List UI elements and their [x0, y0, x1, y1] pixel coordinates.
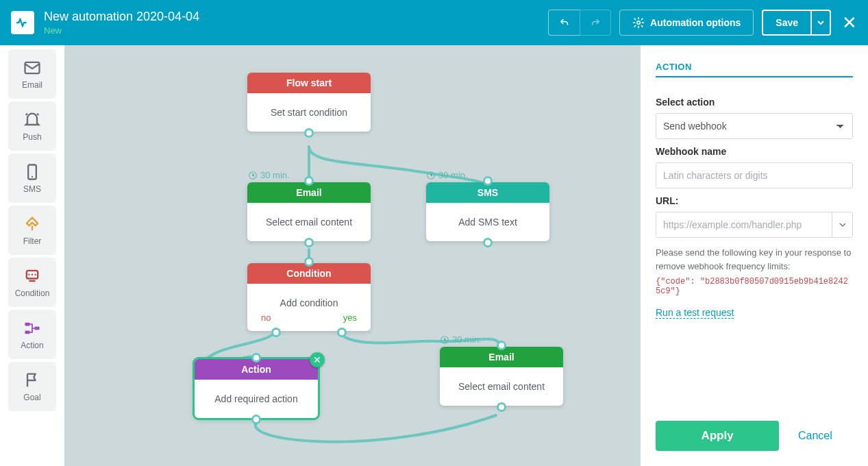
undo-button[interactable] [548, 10, 580, 36]
panel-title: ACTION [656, 62, 853, 77]
node-action[interactable]: ✕ Action Add required action [195, 359, 318, 418]
node-body: Add SMS text [426, 203, 549, 241]
port-out-no[interactable] [271, 328, 281, 337]
field-label-webhook-name: Webhook name [656, 146, 853, 157]
tool-email[interactable]: Email [8, 49, 56, 99]
node-body: Set start condition [247, 93, 371, 132]
url-dropdown-button[interactable] [832, 212, 852, 237]
branch-no: no [261, 312, 271, 323]
save-dropdown-button[interactable] [812, 10, 831, 36]
sidebar: Email Push SMS Filter Condition Action G… [0, 45, 64, 466]
header: New automation 2020-04-04 New Automation… [0, 0, 868, 45]
tool-label: Email [22, 80, 42, 90]
helper-text: Please send the following key in your re… [656, 246, 853, 273]
options-label: Automation options [650, 17, 741, 28]
port-in[interactable] [304, 257, 314, 267]
node-email[interactable]: Email Select email content [440, 347, 563, 406]
cancel-button[interactable]: Cancel [798, 430, 832, 442]
tool-label: SMS [23, 184, 41, 194]
node-condition[interactable]: Condition Add condition no yes [247, 263, 371, 331]
save-button[interactable]: Save [762, 10, 812, 36]
tool-action[interactable]: Action [8, 310, 56, 359]
automation-options-button[interactable]: Automation options [619, 10, 754, 36]
svg-point-7 [35, 274, 36, 275]
url-input[interactable] [656, 212, 832, 237]
svg-point-5 [28, 274, 29, 275]
port-in[interactable] [251, 353, 261, 363]
save-group: Save [762, 10, 831, 36]
tool-push[interactable]: Push [8, 101, 56, 151]
properties-panel: ACTION Select action Send webhook Webhoo… [641, 45, 868, 466]
node-email[interactable]: Email Select email content [247, 182, 371, 241]
tool-goal[interactable]: Goal [8, 362, 56, 411]
port-out[interactable] [251, 415, 261, 424]
redo-button[interactable] [580, 10, 611, 36]
svg-point-0 [637, 21, 641, 25]
tool-condition[interactable]: Condition [8, 258, 56, 307]
options-group: Automation options [619, 10, 754, 36]
node-body: Add condition [247, 284, 371, 312]
svg-rect-10 [35, 327, 40, 330]
port-out-yes[interactable] [337, 328, 347, 337]
panel-footer: Apply Cancel [641, 410, 868, 466]
tool-filter[interactable]: Filter [8, 206, 56, 255]
tool-label: Filter [23, 236, 42, 246]
port-out[interactable] [483, 238, 493, 247]
condition-branches: no yes [247, 312, 371, 331]
node-sms[interactable]: SMS Add SMS text [426, 182, 549, 241]
node-body: Select email content [247, 203, 371, 241]
port-in[interactable] [483, 176, 493, 186]
timer-label: 30 min. [248, 170, 290, 180]
node-body: Add required action [195, 380, 318, 418]
webhook-name-input[interactable] [656, 162, 853, 188]
tool-label: Push [23, 132, 41, 142]
page-title: New automation 2020-04-04 [44, 10, 199, 24]
svg-rect-8 [25, 323, 30, 326]
port-out[interactable] [497, 402, 506, 412]
title-block: New automation 2020-04-04 New [44, 10, 199, 36]
svg-point-3 [32, 176, 33, 177]
node-body: Select email content [440, 367, 563, 406]
status-badge: New [44, 25, 199, 36]
timer-label: 30 min. [440, 334, 482, 345]
port-in[interactable] [304, 176, 314, 186]
branch-yes: yes [343, 312, 357, 323]
node-header: Flow start [247, 73, 371, 93]
tool-label: Goal [23, 393, 40, 402]
canvas[interactable]: Flow start Set start condition 30 min. 3… [64, 45, 641, 466]
svg-point-6 [32, 274, 33, 275]
node-delete-icon[interactable]: ✕ [310, 352, 325, 367]
field-label-url: URL: [656, 195, 853, 206]
svg-rect-9 [25, 331, 30, 334]
test-request-link[interactable]: Run a test request [656, 307, 734, 319]
tool-label: Action [21, 341, 43, 350]
timer-label: 30 min. [426, 170, 468, 180]
undo-redo-group [548, 10, 611, 36]
app-icon [11, 11, 34, 34]
code-sample: {"code": "b2883b0f80507d0915eb9b41e82425… [656, 277, 853, 296]
select-action-dropdown[interactable]: Send webhook [656, 113, 853, 139]
url-input-group [656, 212, 853, 238]
port-out[interactable] [304, 238, 314, 247]
port-in[interactable] [497, 341, 506, 350]
close-icon[interactable]: ✕ [842, 12, 857, 34]
field-label-select-action: Select action [656, 97, 853, 108]
port-out[interactable] [304, 128, 314, 138]
tool-label: Condition [15, 289, 50, 298]
node-flow-start[interactable]: Flow start Set start condition [247, 73, 371, 132]
apply-button[interactable]: Apply [656, 421, 779, 451]
tool-sms[interactable]: SMS [8, 154, 56, 203]
